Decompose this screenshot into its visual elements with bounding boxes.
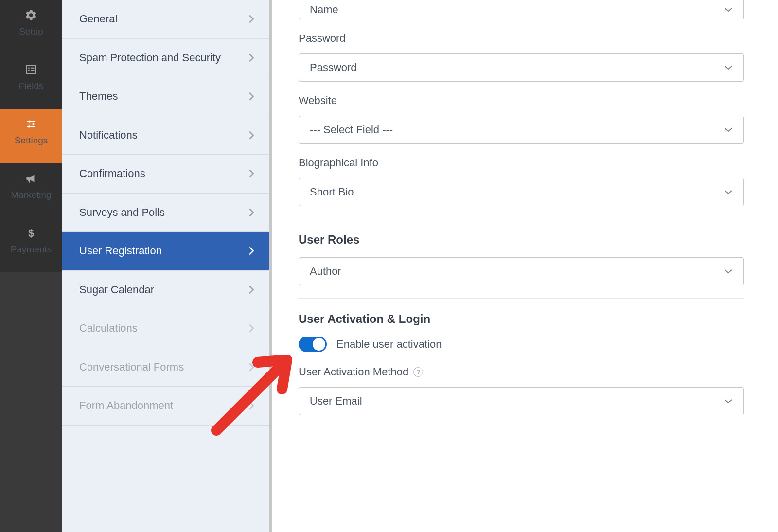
submenu-label: General (79, 13, 117, 25)
rail-label: Payments (11, 244, 52, 255)
submenu-label: Spam Protection and Security (79, 52, 221, 64)
select-value: Name (310, 3, 338, 16)
submenu-label: Sugar Calendar (79, 284, 154, 296)
website-select[interactable]: --- Select Field --- (299, 116, 744, 144)
rail-item-fields[interactable]: Fields (0, 54, 62, 109)
select-value: Password (310, 61, 357, 74)
bio-select[interactable]: Short Bio (299, 178, 744, 206)
submenu-item-user-registration[interactable]: User Registration (62, 232, 269, 271)
select-value: Short Bio (310, 186, 354, 198)
chevron-down-icon (724, 189, 733, 195)
help-icon[interactable]: ? (413, 367, 423, 377)
submenu-item-sugar-calendar[interactable]: Sugar Calendar (62, 271, 269, 310)
section-divider (299, 219, 744, 219)
submenu-item-notifications[interactable]: Notifications (62, 116, 269, 155)
chevron-right-icon (248, 91, 255, 101)
submenu-item-surveys[interactable]: Surveys and Polls (62, 194, 269, 232)
left-rail: Setup Fields Settings Marketing $ Paymen… (0, 0, 62, 532)
chevron-right-icon (248, 362, 255, 372)
select-value: User Email (310, 395, 362, 408)
submenu-label: User Registration (79, 245, 162, 257)
submenu-label: Themes (79, 90, 118, 103)
chevron-right-icon (248, 169, 255, 178)
chevron-right-icon (248, 401, 255, 410)
rail-label: Settings (15, 135, 48, 146)
bullhorn-icon (21, 172, 41, 185)
chevron-down-icon (724, 127, 733, 133)
list-icon (21, 63, 41, 76)
submenu-item-themes[interactable]: Themes (62, 77, 269, 116)
chevron-down-icon (724, 268, 733, 274)
submenu-item-confirmations[interactable]: Confirmations (62, 155, 269, 194)
submenu-label: Calculations (79, 322, 138, 335)
bio-label: Biographical Info (299, 157, 744, 169)
submenu-label: Form Abandonment (79, 399, 173, 412)
submenu-label: Notifications (79, 129, 138, 142)
chevron-right-icon (248, 130, 255, 140)
password-select[interactable]: Password (299, 53, 744, 82)
website-label: Website (299, 94, 744, 107)
submenu-label: Surveys and Polls (79, 206, 165, 219)
chevron-right-icon (248, 53, 255, 63)
chevron-down-icon (724, 7, 733, 13)
submenu-item-general[interactable]: General (62, 0, 269, 39)
user-role-select[interactable]: Author (299, 257, 744, 285)
submenu-item-abandonment[interactable]: Form Abandonment (62, 387, 269, 426)
gear-icon (21, 9, 41, 21)
submenu-item-conversational[interactable]: Conversational Forms (62, 348, 269, 387)
rail-label: Setup (19, 26, 43, 37)
chevron-right-icon (248, 246, 255, 256)
activation-method-label: User Activation Method (299, 366, 408, 378)
rail-item-setup[interactable]: Setup (0, 0, 62, 54)
rail-item-payments[interactable]: $ Payments (0, 218, 62, 272)
rail-label: Fields (19, 81, 44, 91)
rail-item-settings[interactable]: Settings (0, 109, 62, 163)
toggle-label: Enable user activation (336, 338, 442, 351)
section-divider (299, 298, 744, 299)
main-panel: Name Password Password Website --- Selec… (272, 0, 778, 532)
svg-point-8 (32, 123, 34, 125)
dollar-icon: $ (21, 227, 41, 239)
user-roles-title: User Roles (272, 233, 778, 257)
enable-activation-toggle[interactable] (299, 337, 327, 352)
chevron-down-icon (724, 398, 733, 404)
chevron-right-icon (248, 14, 255, 24)
svg-point-6 (29, 120, 31, 122)
user-activation-title: User Activation & Login (272, 312, 778, 337)
svg-point-10 (28, 125, 30, 127)
submenu-item-spam[interactable]: Spam Protection and Security (62, 39, 269, 78)
rail-item-marketing[interactable]: Marketing (0, 163, 62, 218)
select-value: --- Select Field --- (310, 124, 393, 136)
select-value: Author (310, 265, 341, 278)
chevron-right-icon (248, 208, 255, 217)
sliders-icon (21, 118, 41, 130)
rail-label: Marketing (11, 190, 51, 200)
submenu-label: Confirmations (79, 167, 145, 180)
chevron-right-icon (248, 323, 255, 333)
submenu-label: Conversational Forms (79, 361, 184, 373)
password-label: Password (299, 32, 744, 45)
submenu-item-calculations[interactable]: Calculations (62, 309, 269, 348)
svg-text:$: $ (28, 227, 34, 239)
name-select[interactable]: Name (299, 0, 744, 19)
chevron-down-icon (724, 65, 733, 71)
settings-submenu: General Spam Protection and Security The… (62, 0, 272, 532)
chevron-right-icon (248, 285, 255, 295)
activation-method-select[interactable]: User Email (299, 387, 744, 415)
